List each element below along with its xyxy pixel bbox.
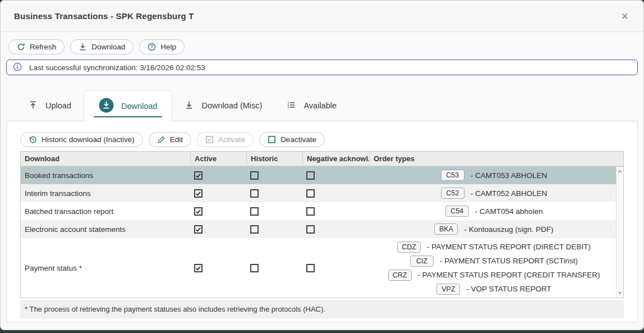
historic-checkbox[interactable] [250,171,259,180]
column-header-download[interactable]: Download [21,152,190,166]
historic-checkbox[interactable] [250,225,259,234]
negative-ack-checkbox[interactable] [306,189,315,198]
column-header-historic[interactable]: Historic [246,152,302,166]
edit-button[interactable]: Edit [149,132,191,147]
download-button[interactable]: Download [70,39,134,54]
active-checkbox[interactable] [194,171,203,180]
order-type-badge: CRZ [388,270,412,281]
negative-ack-checkbox[interactable] [306,225,315,234]
table-scrollbar[interactable] [616,167,623,298]
download-misc-icon [185,101,194,111]
help-label: Help [160,43,176,51]
historic-download-button[interactable]: Historic download (Inactive) [20,132,143,147]
active-checkbox[interactable] [194,207,203,216]
tab-label: Download (Misc) [201,101,262,110]
column-header-negative-ack[interactable]: Negative acknowl... [302,152,369,166]
column-header-order-types[interactable]: Order types [369,152,623,166]
order-type-description: - CAMT053 ABHOLEN [471,171,548,180]
row-label: Batched transaction report [21,207,190,216]
scroll-down-icon[interactable] [618,292,622,295]
footnote: * The process of retrieving the payment … [20,300,624,318]
tab-label: Download [121,102,158,111]
table-header: Download Active Historic Negative acknow… [21,152,623,166]
table-row[interactable]: Electronic account statementsBKA- Kontoa… [21,220,623,238]
order-type: C54- CAMT054 abholen [441,204,543,218]
tab-bar: Upload Download Download (Misc) Availabl… [1,90,643,121]
order-type: BKA- Kontoauszug (sign. PDF) [430,222,553,236]
download-circle-icon [99,98,114,115]
svg-text:?: ? [150,44,153,49]
negative-ack-checkbox[interactable] [306,207,315,216]
download-icon [79,43,87,51]
main-toolbar: Refresh Download ? Help [1,32,643,54]
column-header-active[interactable]: Active [190,152,246,166]
order-type-badge: C54 [445,206,469,217]
order-type-badge: BKA [434,223,458,235]
order-type: C52- CAMT052 ABHOLEN [437,186,548,200]
history-icon [29,135,37,144]
row-label: Electronic account statements [21,225,190,234]
order-type-badge: CIZ [410,256,434,267]
active-checkbox[interactable] [194,264,203,272]
order-type-description: - PAYMENT STATUS REPORT (SCTinst) [440,257,578,265]
sync-message: Last successful synchronization: 3/16/20… [29,63,205,72]
historic-checkbox[interactable] [250,207,259,216]
historic-download-label: Historic download (Inactive) [42,135,135,144]
active-checkbox[interactable] [194,225,203,234]
order-type-description: - PAYMENT STATUS REPORT (DIRECT DEBIT) [427,243,591,251]
list-icon [287,101,296,111]
scroll-up-icon[interactable] [618,170,622,172]
order-type-description: - CAMT052 ABHOLEN [471,189,548,198]
tab-content-panel: Historic download (Inactive) Edit Activa… [6,121,638,323]
order-type: VPZ- VOP STATUS REPORT [433,282,551,296]
pencil-icon [157,135,165,144]
sync-info-bar: Last successful synchronization: 3/16/20… [6,60,638,75]
help-button[interactable]: ? Help [139,39,185,54]
download-table: Download Active Historic Negative acknow… [20,151,624,298]
negative-ack-checkbox[interactable] [306,171,315,180]
table-body: Booked transactionsC53- CAMT053 ABHOLENI… [21,166,623,298]
tab-available[interactable]: Available [274,90,349,121]
activate-label: Activate [218,135,245,144]
activate-button[interactable]: Activate [197,132,254,147]
active-checkbox[interactable] [194,189,203,198]
order-type-badge: C52 [441,188,464,199]
checked-box-icon [205,135,214,144]
negative-ack-checkbox[interactable] [306,264,315,272]
historic-checkbox[interactable] [250,264,259,272]
dialog-title: Business Transactions - SPK Regensburg T [14,11,194,21]
tab-upload[interactable]: Upload [16,90,84,121]
info-icon [13,62,22,73]
tab-download-misc[interactable]: Download (Misc) [172,90,274,121]
row-label: Payment status * [21,264,190,272]
tab-label: Available [303,101,337,110]
upload-icon [29,101,38,111]
row-label: Interim transactions [21,189,190,198]
close-icon[interactable]: ✕ [621,11,629,21]
table-row[interactable]: Payment status *CDZ- PAYMENT STATUS REPO… [21,238,623,298]
order-type: C53- CAMT053 ABHOLEN [437,168,548,183]
refresh-icon [17,43,25,51]
historic-checkbox[interactable] [250,189,259,198]
tab-label: Upload [45,101,71,110]
order-type-badge: CDZ [397,241,421,253]
order-type-description: - CAMT054 abholen [475,207,543,216]
order-type: CDZ- PAYMENT STATUS REPORT (DIRECT DEBIT… [393,240,591,254]
order-type-description: - VOP STATUS REPORT [466,285,551,293]
tab-download[interactable]: Download [84,90,173,121]
row-label: Booked transactions [21,171,190,180]
order-type-badge: VPZ [436,284,460,295]
business-transactions-dialog: Business Transactions - SPK Regensburg T… [0,0,644,330]
table-actions-toolbar: Historic download (Inactive) Edit Activa… [20,132,624,147]
help-icon: ? [148,43,156,51]
dialog-header: Business Transactions - SPK Regensburg T… [1,1,643,32]
table-row[interactable]: Booked transactionsC53- CAMT053 ABHOLEN [21,166,623,184]
table-row[interactable]: Interim transactionsC52- CAMT052 ABHOLEN [21,184,623,202]
deactivate-button[interactable]: Deactivate [259,132,325,147]
order-type-description: - Kontoauszug (sign. PDF) [464,225,553,234]
table-row[interactable]: Batched transaction reportC54- CAMT054 a… [21,202,623,220]
edit-label: Edit [170,135,183,144]
order-type: CIZ- PAYMENT STATUS REPORT (SCTinst) [406,254,578,268]
refresh-button[interactable]: Refresh [8,39,65,54]
refresh-label: Refresh [30,43,56,51]
